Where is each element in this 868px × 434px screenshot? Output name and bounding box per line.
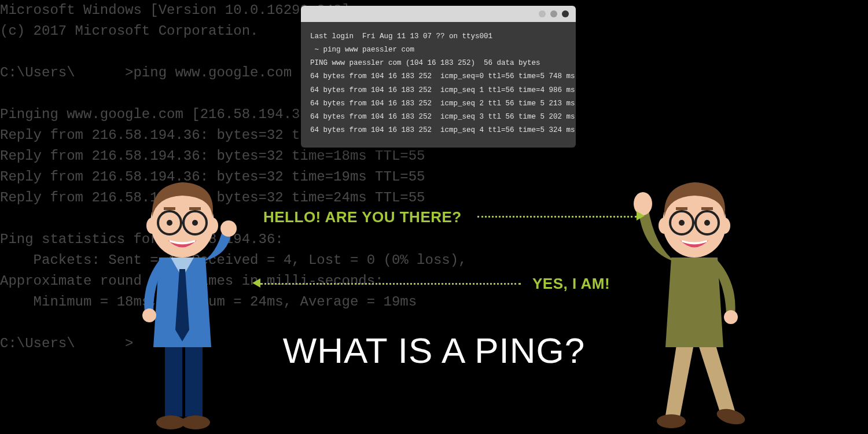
speech-yes: YES, I AM! [532,275,610,293]
mac-terminal-window: Last login Fri Aug 11 13 07 ?? on ttys00… [301,6,576,148]
svg-point-4 [142,308,156,322]
mac-terminal-titlebar [301,6,576,22]
svg-point-7 [146,218,158,234]
arrow-left-icon [252,278,260,288]
svg-rect-29 [701,207,713,210]
svg-point-8 [207,218,218,234]
svg-point-26 [679,220,685,226]
svg-point-2 [156,415,185,429]
speech-hello: HELLO! ARE YOU THERE? [263,208,462,226]
svg-point-22 [719,218,730,234]
svg-rect-15 [189,207,201,210]
svg-rect-28 [676,207,687,210]
svg-point-13 [192,220,198,226]
person-left-illustration [124,168,240,434]
window-control-icon [539,10,546,17]
svg-rect-14 [164,207,175,210]
arrow-response-line [260,283,521,285]
svg-point-21 [659,218,670,234]
window-control-icon [562,10,569,17]
svg-point-12 [167,220,172,226]
mac-terminal-body: Last login Fri Aug 11 13 07 ?? on ttys00… [301,22,576,148]
window-control-icon [550,10,557,17]
svg-point-3 [181,415,210,429]
main-title: WHAT IS A PING? [0,330,868,371]
arrow-request-line [477,216,637,218]
svg-point-5 [220,220,237,237]
svg-point-18 [724,310,738,324]
person-right-illustration [622,168,761,434]
svg-point-16 [657,414,686,428]
arrow-right-icon [637,211,645,220]
svg-point-27 [704,220,710,226]
